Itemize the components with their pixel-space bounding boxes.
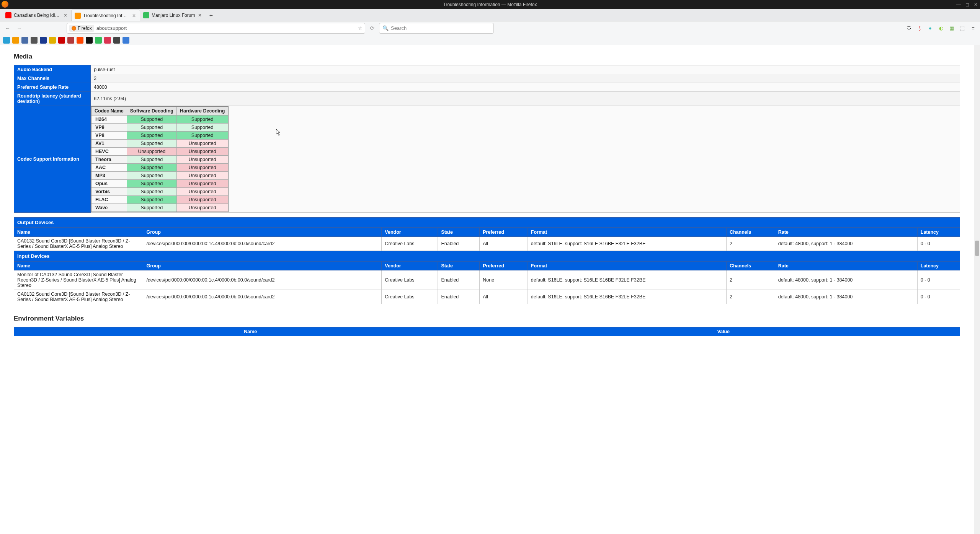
extension-icon-4[interactable]: ▦	[948, 24, 956, 32]
bookmarks-toolbar	[0, 35, 980, 45]
tab-bar: Canadians Being Idiots | F ✕ Troubleshoo…	[0, 9, 980, 21]
bookmark-item[interactable]	[86, 37, 93, 44]
navigation-toolbar: ← → Firefox about:support ☆ ⟳ 🔍 Search 🛡…	[0, 21, 980, 35]
bookmark-item[interactable]	[77, 37, 83, 44]
search-bar[interactable]: 🔍 Search	[379, 23, 494, 34]
minimize-button[interactable]: —	[956, 2, 961, 7]
new-tab-button[interactable]: +	[206, 10, 216, 21]
browser-tab[interactable]: Troubleshooting Informati ✕	[71, 10, 140, 21]
tab-close-icon[interactable]: ✕	[197, 13, 203, 18]
bookmark-item[interactable]	[104, 37, 111, 44]
firefox-app-icon	[2, 1, 8, 8]
identity-label: Firefox	[78, 26, 92, 31]
maximize-button[interactable]: ◻	[965, 2, 969, 7]
extensions-button[interactable]: ⬚	[959, 24, 966, 32]
bookmark-item[interactable]	[67, 37, 74, 44]
bookmark-item[interactable]	[12, 37, 19, 44]
tab-favicon-icon	[75, 13, 81, 19]
back-button[interactable]: ←	[3, 24, 12, 33]
tab-label: Troubleshooting Informati	[83, 13, 129, 18]
window-title: Troubleshooting Information — Mozilla Fi…	[443, 2, 537, 7]
extension-icon-1[interactable]: ⟆	[916, 24, 923, 32]
search-placeholder: Search	[391, 25, 407, 31]
url-text: about:support	[96, 25, 356, 31]
shield-icon[interactable]: 🛡	[905, 24, 913, 32]
bookmark-item[interactable]	[113, 37, 120, 44]
tab-close-icon[interactable]: ✕	[131, 13, 137, 18]
bookmark-item[interactable]	[3, 37, 10, 44]
app-menu-button[interactable]: ≡	[969, 24, 977, 32]
tab-favicon-icon	[143, 12, 149, 18]
tab-close-icon[interactable]: ✕	[63, 13, 68, 18]
firefox-icon	[72, 26, 76, 31]
bookmark-item[interactable]	[122, 37, 129, 44]
identity-box[interactable]: Firefox	[69, 25, 94, 32]
bookmark-item[interactable]	[58, 37, 65, 44]
bookmark-item[interactable]	[21, 37, 28, 44]
browser-tab[interactable]: Canadians Being Idiots | F ✕	[2, 10, 71, 21]
tab-favicon-icon	[5, 12, 11, 18]
bookmark-item[interactable]	[40, 37, 47, 44]
forward-button[interactable]: →	[15, 24, 24, 33]
bookmark-item[interactable]	[95, 37, 102, 44]
browser-tab[interactable]: Manjaro Linux Forum ✕	[140, 10, 206, 21]
search-icon: 🔍	[382, 25, 389, 31]
reload-button[interactable]: ⟳	[368, 24, 377, 33]
bookmark-item[interactable]	[31, 37, 38, 44]
close-button[interactable]: ✕	[974, 2, 978, 7]
bookmark-star-icon[interactable]: ☆	[358, 25, 363, 31]
extension-icon-3[interactable]: ◐	[937, 24, 945, 32]
tab-label: Manjaro Linux Forum	[152, 13, 195, 18]
url-bar[interactable]: Firefox about:support ☆	[67, 23, 365, 34]
extension-icon-2[interactable]: ●	[926, 24, 934, 32]
window-titlebar: Troubleshooting Information — Mozilla Fi…	[0, 0, 980, 9]
bookmark-item[interactable]	[49, 37, 56, 44]
tab-label: Canadians Being Idiots | F	[14, 13, 60, 18]
